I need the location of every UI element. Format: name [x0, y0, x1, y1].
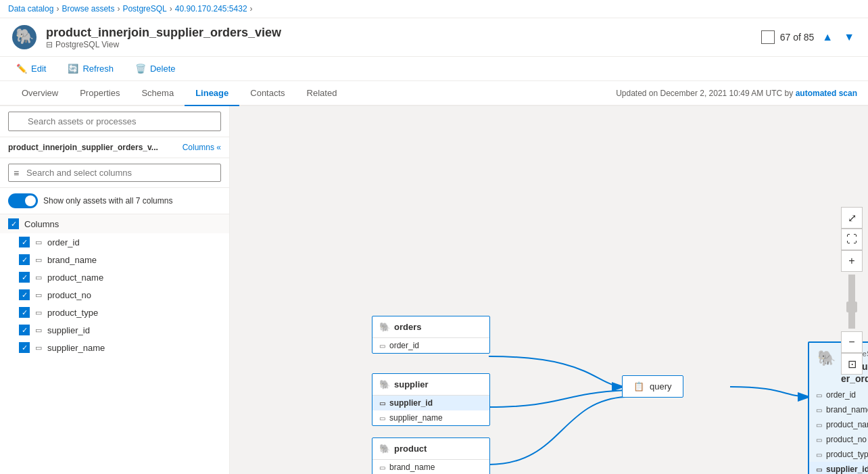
col-item-supplier_name[interactable]: ▭ supplier_name — [0, 339, 229, 356]
field-icon: ▭ — [816, 392, 822, 399]
col-checkbox-brand_name[interactable] — [19, 254, 30, 265]
breadcrumb: Data catalog › Browse assets › PostgreSQ… — [0, 0, 868, 18]
col-field-icon-brand_name: ▭ — [35, 256, 42, 264]
col-name-brand_name: brand_name — [47, 255, 97, 265]
delete-button[interactable]: 🗑️ Delete — [130, 61, 181, 76]
column-search-input[interactable] — [8, 164, 221, 182]
col-field-icon-supplier_name: ▭ — [35, 343, 42, 352]
col-field-icon-product_no: ▭ — [35, 291, 42, 300]
tab-lineage[interactable]: Lineage — [185, 81, 239, 106]
tabs-bar: Overview Properties Schema Lineage Conta… — [0, 81, 868, 106]
orders-node[interactable]: 🐘 orders ▭ order_id — [372, 316, 490, 354]
col-item-brand_name[interactable]: ▭ brand_name — [0, 251, 229, 268]
tab-schema[interactable]: Schema — [130, 81, 185, 106]
field-icon: ▭ — [379, 414, 385, 422]
product-node[interactable]: 🐘 product ▭ brand_name ▭ product_name ▭ … — [372, 437, 490, 474]
tab-overview[interactable]: Overview — [11, 81, 69, 106]
zoom-out-button[interactable]: − — [841, 331, 863, 353]
orders-node-header: 🐘 orders — [372, 316, 489, 338]
search-assets-section — [0, 106, 229, 137]
col-name-product_no: product_no — [47, 290, 91, 300]
field-icon: ▭ — [816, 436, 822, 444]
column-list: Columns ▭ order_id ▭ brand_name ▭ produc… — [0, 214, 229, 474]
col-item-order_id[interactable]: ▭ order_id — [0, 233, 229, 251]
result-field-order_id: ▭ order_id — [809, 387, 868, 402]
field-icon: ▭ — [816, 406, 822, 414]
zoom-in-button[interactable]: + — [841, 250, 863, 272]
col-checkbox-product_type[interactable] — [19, 307, 30, 318]
lineage-canvas: 🐘 orders ▭ order_id 🐘 supplier ▭ supplie… — [230, 106, 868, 474]
result-field-product_name: ▭ product_name — [809, 417, 868, 432]
tab-related[interactable]: Related — [296, 81, 348, 106]
field-icon: ▭ — [816, 466, 822, 473]
svg-text:🐘: 🐘 — [16, 27, 34, 45]
select-checkbox[interactable] — [761, 30, 775, 44]
result-field-product_type: ▭ product_type — [809, 447, 868, 462]
col-item-supplier_id[interactable]: ▭ supplier_id — [0, 321, 229, 339]
postgresql-logo: 🐘 — [11, 24, 38, 51]
query-node[interactable]: 📋 query — [622, 375, 683, 398]
columns-toggle[interactable] — [8, 193, 38, 208]
col-checkbox-product_no[interactable] — [19, 289, 30, 300]
orders-title: orders — [394, 322, 421, 332]
tab-properties[interactable]: Properties — [69, 81, 130, 106]
col-name-product_type: product_type — [47, 308, 98, 318]
refresh-icon: 🔄 — [68, 64, 78, 74]
toggle-row: Show only assets with all 7 columns — [0, 188, 229, 214]
supplier-logo: 🐘 — [379, 379, 390, 389]
col-checkbox-supplier_id[interactable] — [19, 325, 30, 335]
edit-button[interactable]: ✏️ Edit — [11, 61, 51, 76]
breadcrumb-datacatalog[interactable]: Data catalog — [8, 4, 53, 14]
result-field-product_no: ▭ product_no — [809, 432, 868, 447]
col-item-product_name[interactable]: ▭ product_name — [0, 268, 229, 286]
field-icon: ▭ — [816, 451, 822, 458]
fullscreen-button[interactable]: ⛶ — [841, 229, 863, 250]
edit-icon: ✏️ — [16, 64, 27, 74]
orders-logo: 🐘 — [379, 322, 390, 332]
nav-next-button[interactable]: ▼ — [841, 28, 857, 46]
delete-icon: 🗑️ — [135, 64, 146, 74]
col-field-icon-order_id: ▭ — [35, 238, 42, 247]
col-name-supplier_id: supplier_id — [47, 325, 90, 335]
zoom-thumb[interactable] — [846, 302, 857, 312]
field-icon: ▭ — [379, 342, 385, 350]
supplier-field-supplier_name: ▭ supplier_name — [372, 410, 489, 425]
col-item-product_no[interactable]: ▭ product_no — [0, 286, 229, 304]
page-header: 🐘 product_innerjoin_supplier_orders_view… — [0, 18, 868, 57]
col-name-product_name: product_name — [47, 272, 103, 283]
field-icon: ▭ — [816, 421, 822, 429]
col-item-product_type[interactable]: ▭ product_type — [0, 304, 229, 321]
zoom-track — [848, 275, 855, 329]
supplier-node[interactable]: 🐘 supplier ▭ supplier_id ▭ supplier_name — [372, 373, 490, 426]
page-subtitle: PostgreSQL View — [55, 40, 119, 49]
nav-prev-button[interactable]: ▲ — [819, 28, 836, 46]
col-checkbox-product_name[interactable] — [19, 272, 30, 283]
result-field-supplier_id: ▭ supplier_id — [809, 462, 868, 474]
subtitle-icon: ⊟ — [46, 40, 53, 49]
page-title: product_innerjoin_supplier_orders_view — [46, 26, 281, 40]
breadcrumb-postgresql[interactable]: PostgreSQL — [122, 4, 166, 14]
supplier-field-supplier_id: ▭ supplier_id — [372, 396, 489, 410]
col-field-icon-product_type: ▭ — [35, 308, 42, 317]
query-icon: 📋 — [633, 381, 644, 392]
col-checkbox-supplier_name[interactable] — [19, 342, 30, 353]
columns-group-checkbox[interactable] — [8, 218, 19, 229]
updated-info: Updated on December 2, 2021 10:49 AM UTC… — [616, 82, 857, 105]
search-assets-input[interactable] — [8, 112, 221, 131]
result-field-brand_name: ▭ brand_name — [809, 402, 868, 417]
tab-contacts[interactable]: Contacts — [239, 81, 295, 106]
breadcrumb-server[interactable]: 40.90.170.245:5432 — [175, 4, 247, 14]
fit-button[interactable]: ⊡ — [841, 353, 863, 375]
zoom-controls: ⤢ ⛶ + − ⊡ — [841, 207, 863, 375]
query-label: query — [650, 381, 672, 392]
toggle-label: Show only assets with all 7 columns — [43, 196, 172, 206]
refresh-button[interactable]: 🔄 Refresh — [62, 61, 119, 76]
product-field-brand_name: ▭ brand_name — [372, 460, 489, 474]
col-checkbox-order_id[interactable] — [19, 237, 30, 247]
field-icon: ▭ — [379, 464, 385, 471]
col-group-header: Columns — [0, 214, 229, 233]
breadcrumb-browseassets[interactable]: Browse assets — [62, 4, 114, 14]
expand-button[interactable]: ⤢ — [841, 207, 863, 229]
orders-field-order_id: ▭ order_id — [372, 338, 489, 353]
columns-toggle-button[interactable]: Columns « — [183, 143, 221, 152]
